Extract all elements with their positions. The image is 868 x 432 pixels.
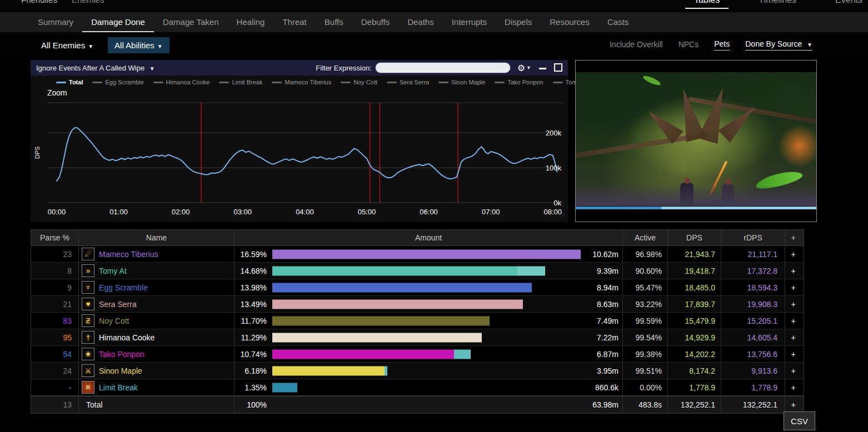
player-name-link[interactable]: Mameco Tiberius (99, 250, 158, 259)
minimize-button[interactable] (539, 65, 546, 71)
gear-icon[interactable]: ⚙ (517, 63, 525, 73)
expand-row-button[interactable]: + (785, 346, 801, 362)
parse-percent[interactable]: 23 (31, 246, 78, 262)
player-name-link[interactable]: Tako Ponpon (99, 350, 144, 359)
legend-item-noy-cott[interactable]: Noy Cott (341, 79, 377, 86)
tab-summary[interactable]: Summary (29, 12, 82, 32)
table-row[interactable]: 83ƵNoy Cott11.70%7.49m99.59%15,479.915,2… (31, 313, 804, 329)
table-row[interactable]: 21♥Sera Serra13.49%8.63m93.22%17,839.719… (31, 296, 804, 313)
tab-debuffs[interactable]: Debuffs (352, 12, 398, 32)
legend-item-sinon-maple[interactable]: Sinon Maple (438, 79, 485, 86)
amount-bar-pet (454, 349, 471, 359)
tab-resources[interactable]: Resources (541, 12, 598, 32)
parse-percent[interactable]: 8 (31, 263, 78, 279)
table-row[interactable]: -✕Limit Break1.35%860.6k0.00%1,778.91,77… (31, 379, 804, 396)
column-header-amount[interactable]: Amount (234, 230, 622, 245)
blades-job-icon: ⚔ (82, 364, 94, 377)
parse-percent[interactable]: 95 (31, 329, 78, 345)
tab-damage-taken[interactable]: Damage Taken (154, 12, 228, 32)
amount-cell: 13.98%8.94m (234, 279, 622, 295)
table-row[interactable]: 23☄Mameco Tiberius16.59%10.62m96.98%21,9… (31, 246, 804, 263)
damage-done-table: Parse %NameAmountActiveDPSrDPS+23☄Mameco… (31, 229, 804, 414)
csv-export-button[interactable]: CSV (784, 411, 815, 430)
table-row[interactable]: 24⚔Sinon Maple6.18%3.95m99.51%8,174.29,9… (31, 363, 804, 379)
player-name-link[interactable]: Egg Scramble (99, 283, 148, 292)
dps-line-chart[interactable]: 00:0001:0002:0003:0004:0005:0006:0007:00… (31, 99, 568, 222)
legend-item-limit-break[interactable]: Limit Break (219, 79, 262, 86)
player-name-link[interactable]: Limit Break (99, 383, 138, 392)
link-enemies[interactable]: Enemies (72, 0, 104, 4)
total-amount-cell: 100%63.98m (234, 396, 622, 413)
table-row[interactable]: 9♆Egg Scramble13.98%8.94m95.47%18,485.01… (31, 279, 804, 296)
video-progress-bar[interactable] (576, 207, 816, 209)
top-tab-timelines[interactable]: Timelines (750, 0, 805, 9)
legend-item-egg-scramble[interactable]: Egg Scramble (92, 79, 143, 86)
parse-percent[interactable]: - (31, 379, 78, 395)
toggle-include-overkill[interactable]: Include Overkill (610, 40, 663, 51)
player-name-link[interactable]: Sinon Maple (99, 366, 142, 375)
expand-row-button[interactable]: + (785, 313, 801, 329)
parse-percent[interactable]: 54 (31, 346, 78, 362)
fight-video-player[interactable] (575, 60, 817, 222)
parse-percent[interactable]: 24 (31, 363, 78, 379)
tab-casts[interactable]: Casts (598, 12, 637, 32)
gear-chevron-icon[interactable]: ▼ (526, 65, 531, 71)
legend-item-mameco-tiberius[interactable]: Mameco Tiberius (272, 79, 331, 86)
limit-break-icon: ✕ (82, 381, 94, 394)
amount-bar-main (272, 349, 454, 359)
filter-expression-input[interactable] (375, 62, 511, 73)
column-header-+[interactable]: + (785, 230, 801, 245)
wipe-filter-dropdown[interactable]: Ignore Events After A Called Wipe ▼ (36, 64, 155, 72)
table-row[interactable]: 8»Tomy At14.68%9.39m90.60%19,418.717,372… (31, 263, 804, 279)
parse-percent[interactable]: 9 (31, 279, 78, 295)
parse-percent[interactable]: 21 (31, 296, 78, 312)
player-name-link[interactable]: Tomy At (99, 267, 127, 275)
expand-row-button[interactable]: + (785, 363, 801, 379)
legend-item-himanoa-cooke[interactable]: Himanoa Cooke (153, 79, 210, 86)
amount-bar (272, 249, 581, 259)
amount-cell: 13.49%8.63m (234, 296, 622, 312)
parse-percent[interactable]: 83 (31, 313, 78, 329)
legend-item-tako-ponpon[interactable]: Tako Ponpon (495, 79, 543, 86)
dropdown-label: All Abilities (114, 41, 154, 50)
active-percent: 99.54% (622, 329, 667, 345)
expand-row-button[interactable]: + (785, 279, 801, 295)
svg-text:200k: 200k (546, 129, 562, 137)
column-header-rdps[interactable]: rDPS (721, 230, 785, 245)
dropdown-all-abilities[interactable]: All Abilities▼ (108, 37, 169, 53)
table-row[interactable]: 54★Tako Ponpon10.74%6.87m99.38%14,202.21… (31, 346, 804, 363)
column-header-parse-%[interactable]: Parse % (31, 230, 78, 245)
column-header-dps[interactable]: DPS (667, 230, 721, 245)
tab-damage-done[interactable]: Damage Done (82, 12, 154, 32)
table-row[interactable]: 95†Himanoa Cooke11.29%7.22m99.54%14,929.… (31, 329, 804, 346)
tab-healing[interactable]: Healing (228, 12, 274, 32)
tab-interrupts[interactable]: Interrupts (443, 12, 496, 32)
toggle-done-by-source[interactable]: Done By Source ▼ (745, 39, 812, 51)
tab-deaths[interactable]: Deaths (398, 12, 443, 32)
expand-row-button[interactable]: + (785, 263, 801, 279)
legend-item-sera-serra[interactable]: Sera Serra (387, 79, 429, 86)
expand-row-button[interactable]: + (785, 296, 801, 312)
expand-row-button[interactable]: + (785, 329, 801, 345)
player-name-link[interactable]: Sera Serra (99, 300, 137, 309)
legend-item-total[interactable]: Total (56, 79, 83, 86)
expand-total-button[interactable]: + (785, 396, 801, 413)
link-friendlies[interactable]: Friendlies (21, 0, 57, 4)
expand-row-button[interactable]: + (785, 246, 801, 262)
tab-dispels[interactable]: Dispels (496, 12, 541, 32)
column-header-active[interactable]: Active (622, 230, 667, 245)
tab-buffs[interactable]: Buffs (316, 12, 352, 32)
player-name-link[interactable]: Himanoa Cooke (99, 333, 154, 342)
top-tab-events[interactable]: Events (826, 0, 868, 9)
toggle-npcs[interactable]: NPCs (679, 40, 699, 51)
dropdown-all-enemies[interactable]: All Enemies▼ (34, 37, 100, 53)
top-tab-tables[interactable]: Tables (685, 0, 729, 9)
maximize-button[interactable] (554, 63, 562, 72)
dps-value: 21,943.7 (667, 246, 721, 262)
column-header-name[interactable]: Name (78, 230, 234, 245)
friendlies-enemies-links: FriendliesEnemies (0, 0, 104, 4)
player-name-link[interactable]: Noy Cott (99, 317, 129, 325)
expand-row-button[interactable]: + (785, 379, 801, 395)
toggle-pets[interactable]: Pets (714, 39, 730, 51)
tab-threat[interactable]: Threat (273, 12, 315, 32)
